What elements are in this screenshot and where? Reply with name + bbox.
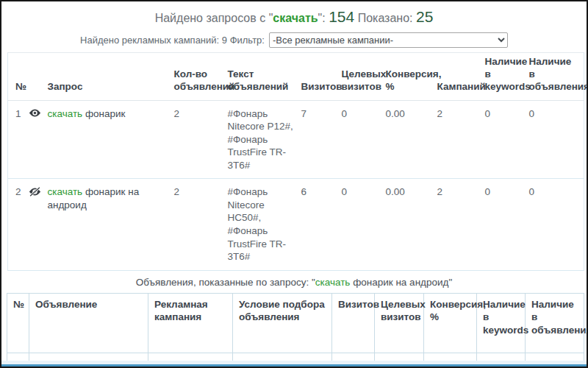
cell-visits: 4 bbox=[332, 353, 375, 361]
ads-table: № Объявление Рекламная кампания Условие … bbox=[7, 293, 584, 361]
eye-icon[interactable] bbox=[29, 100, 48, 179]
cell-ads-count: 2 bbox=[174, 100, 228, 179]
cell-in-keywords bbox=[477, 353, 526, 361]
col-query: Запрос bbox=[48, 53, 174, 101]
query-row: 2 скачать фонарик на андроид 2 #Фонарь bbox=[8, 179, 584, 270]
col-campaign: Рекламная кампания bbox=[148, 293, 233, 353]
summary-found-prefix: Найдено запросов с " bbox=[155, 12, 273, 24]
report-content: Найдено запросов с "скачать": 154 Показа… bbox=[1, 1, 587, 361]
cell-num: 1 bbox=[8, 100, 29, 179]
col-conversion: Конверсия, % bbox=[424, 293, 477, 353]
col-target-visits: Целевых визитов bbox=[375, 293, 424, 353]
cell-in-ads bbox=[526, 353, 584, 361]
col-num: № bbox=[8, 53, 29, 101]
cell-visits: 7 bbox=[301, 100, 342, 179]
query-link[interactable]: скачать фонарик bbox=[48, 108, 126, 119]
cell-num: 1 bbox=[7, 353, 29, 361]
col-condition: Условие подбора объявления bbox=[233, 293, 332, 353]
cell-in-keywords: 0 bbox=[485, 100, 529, 179]
col-ads-count: Кол-во объявлений bbox=[174, 53, 228, 101]
cell-ads-text: #Фонарь Nitecore P12#, #Фонарь TrustFire… bbox=[228, 100, 301, 179]
cell-conversion: 0.00 bbox=[424, 353, 477, 361]
cell-ads-text: #Фонарь Nitecore HC50#, #Фонарь TrustFir… bbox=[228, 179, 301, 270]
cell-target-visits: 0 bbox=[342, 179, 386, 270]
query-link[interactable]: скачать фонарик на андроид bbox=[48, 186, 140, 210]
eye-slash-icon[interactable] bbox=[29, 179, 48, 270]
cell-visits: 6 bbox=[301, 179, 342, 270]
cell-target-visits: 0 bbox=[375, 353, 424, 361]
col-visits: Визитов bbox=[332, 293, 375, 353]
found-count: 154 bbox=[329, 8, 354, 25]
campaign-filter-row: Найдено рекламных кампаний: 9 Фильтр: -В… bbox=[1, 32, 587, 48]
cell-condition: Автоматически добавленные фразы bbox=[233, 353, 332, 361]
col-visits: Визитов bbox=[301, 53, 342, 101]
query-cell: скачать фонарик bbox=[48, 100, 174, 179]
summary-query-term: скачать bbox=[273, 12, 318, 24]
col-in-keywords: Наличие в keywords bbox=[477, 293, 526, 353]
ads-header-row: № Объявление Рекламная кампания Условие … bbox=[7, 293, 584, 353]
cell-conversion: 0.00 bbox=[386, 100, 437, 179]
col-ads-text: Текст объявлений bbox=[228, 53, 301, 101]
cell-num: 2 bbox=[8, 179, 29, 270]
col-in-keywords: Наличие в keywords bbox=[485, 53, 529, 101]
ad-row: 1 #Фонарь TrustFire TR-3T6# ( М-76 ) Tru… bbox=[7, 353, 584, 361]
col-conversion: Конверсия, % bbox=[386, 53, 437, 101]
col-num: № bbox=[7, 293, 29, 353]
shown-count: 25 bbox=[416, 8, 433, 25]
queries-header-row: № Запрос Кол-во объявлений Текст объявле… bbox=[8, 53, 584, 101]
cell-conversion: 0.00 bbox=[386, 179, 437, 270]
col-in-ads: Наличие в объявлениях bbox=[529, 53, 584, 101]
page-bottom-border bbox=[1, 364, 587, 367]
cell-in-keywords: 0 bbox=[485, 179, 529, 270]
query-cell: скачать фонарик на андроид bbox=[48, 179, 174, 270]
campaign-filter-label: Найдено рекламных кампаний: 9 Фильтр: bbox=[80, 35, 265, 46]
col-in-ads: Наличие в объявлениях bbox=[526, 293, 584, 353]
cell-campaigns: 2 bbox=[437, 179, 485, 270]
cell-ads-count: 2 bbox=[174, 179, 228, 270]
summary-header: Найдено запросов с "скачать": 154 Показа… bbox=[1, 1, 587, 27]
ads-section-title: Объявления, показанные по запросу: "скач… bbox=[1, 271, 587, 293]
report-page: Найдено запросов с "скачать": 154 Показа… bbox=[0, 0, 588, 368]
cell-ad: #Фонарь TrustFire TR-3T6# ( М-76 ) bbox=[29, 353, 148, 361]
col-campaigns: Кампаний bbox=[437, 53, 485, 101]
campaign-filter-select[interactable]: -Все рекламные кампании- bbox=[269, 32, 508, 48]
summary-found-mid: ": bbox=[318, 12, 329, 24]
cell-campaign: Trustfire Поиск ( N-11 ) bbox=[148, 353, 233, 361]
cell-target-visits: 0 bbox=[342, 100, 386, 179]
queries-table: № Запрос Кол-во объявлений Текст объявле… bbox=[7, 52, 584, 271]
cell-in-ads: 0 bbox=[529, 179, 584, 270]
col-ad: Объявление bbox=[29, 293, 148, 353]
col-visibility bbox=[29, 53, 48, 101]
shown-label: Показано: bbox=[354, 12, 416, 24]
cell-in-ads: 0 bbox=[529, 100, 584, 179]
query-row: 1 скачать фонарик 2 #Фонарь Nitecore P12… bbox=[8, 100, 584, 179]
col-target-visits: Целевых визитов bbox=[342, 53, 386, 101]
cell-campaigns: 2 bbox=[437, 100, 485, 179]
ads-title-query-term: скачать bbox=[315, 277, 351, 288]
